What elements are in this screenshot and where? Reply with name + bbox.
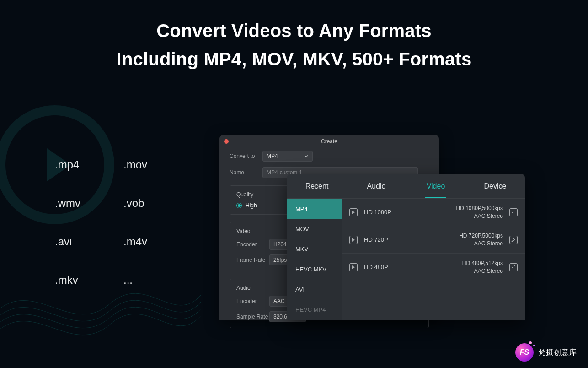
watermark-text: 梵摄创意库 (538, 348, 577, 357)
preset-list: HD 1080P HD 1080P,5000kpsAAC,Stereo HD 7… (342, 199, 525, 320)
tab-recent[interactable]: Recent (287, 174, 347, 198)
chevron-down-icon (304, 154, 309, 158)
format-ext: .vob (123, 197, 192, 210)
watermark-logo-icon: FS (515, 343, 534, 362)
format-ext: .wmv (55, 197, 123, 210)
dialog-titlebar: Create (219, 135, 439, 148)
radio-icon (236, 203, 242, 208)
format-ext: .mkv (55, 274, 123, 287)
headline-line-2: Including MP4, MOV, MKV, 500+ Formats (117, 49, 472, 69)
tab-device[interactable]: Device (465, 174, 525, 198)
video-encoder-value: H264 (273, 241, 287, 248)
tab-audio[interactable]: Audio (347, 174, 406, 198)
quality-high-label: High (246, 202, 257, 209)
video-framerate-value: 25fps (273, 257, 287, 263)
video-encoder-label: Encoder (236, 241, 269, 248)
preset-spec: HD 480P,512kpsAAC,Stereo (462, 260, 503, 274)
format-ext: .mp4 (55, 158, 123, 171)
preset-row[interactable]: HD 1080P HD 1080P,5000kpsAAC,Stereo (342, 199, 525, 226)
play-icon (349, 208, 358, 216)
format-item-avi[interactable]: AVI (287, 279, 342, 299)
preset-name: HD 1080P (364, 209, 406, 216)
preset-row[interactable]: HD 480P HD 480P,512kpsAAC,Stereo (342, 254, 525, 281)
format-item-mov[interactable]: MOV (287, 219, 342, 239)
picker-tabs: Recent Audio Video Device (287, 174, 525, 199)
convert-to-label: Convert to (230, 153, 262, 159)
preset-spec: HD 720P,5000kpsAAC,Stereo (459, 232, 503, 247)
name-label: Name (230, 169, 262, 176)
dialog-title: Create (321, 138, 337, 145)
preset-name: HD 480P (364, 264, 406, 271)
watermark-badge: FS 梵摄创意库 (515, 343, 577, 362)
format-ext: .avi (55, 235, 123, 248)
close-icon[interactable] (224, 139, 229, 144)
video-framerate-label: Frame Rate (236, 257, 269, 263)
format-item-hevc-mp4[interactable]: HEVC MP4 (287, 299, 342, 319)
convert-to-select[interactable]: MP4 (262, 151, 313, 162)
format-ext: ... (123, 274, 192, 287)
play-icon (349, 236, 358, 244)
format-ext: .m4v (123, 235, 192, 248)
preset-name: HD 720P (364, 236, 406, 243)
play-icon (349, 263, 358, 271)
audio-encoder-label: Encoder (236, 298, 269, 304)
format-list: MP4 MOV MKV HEVC MKV AVI HEVC MP4 (287, 199, 342, 320)
format-picker-panel: Recent Audio Video Device MP4 MOV MKV HE… (287, 174, 525, 320)
audio-encoder-value: AAC (273, 298, 285, 304)
format-item-hevc-mkv[interactable]: HEVC MKV (287, 259, 342, 279)
edit-icon[interactable] (509, 236, 518, 244)
format-item-mkv[interactable]: MKV (287, 239, 342, 259)
headline: Convert Videos to Any Formats Including … (0, 16, 588, 73)
preset-spec: HD 1080P,5000kpsAAC,Stereo (456, 205, 503, 219)
formats-grid: .mp4 .mov .wmv .vob .avi .m4v .mkv ... (55, 158, 192, 312)
preset-row[interactable]: HD 720P HD 720P,5000kpsAAC,Stereo (342, 226, 525, 254)
format-item-mp4[interactable]: MP4 (287, 199, 342, 219)
audio-samplerate-label: Sample Rate (236, 314, 269, 320)
tab-video[interactable]: Video (406, 174, 465, 198)
edit-icon[interactable] (509, 263, 518, 271)
edit-icon[interactable] (509, 208, 518, 216)
format-ext: .mov (123, 158, 192, 171)
convert-to-value: MP4 (267, 153, 278, 159)
headline-line-1: Convert Videos to Any Formats (156, 21, 431, 41)
